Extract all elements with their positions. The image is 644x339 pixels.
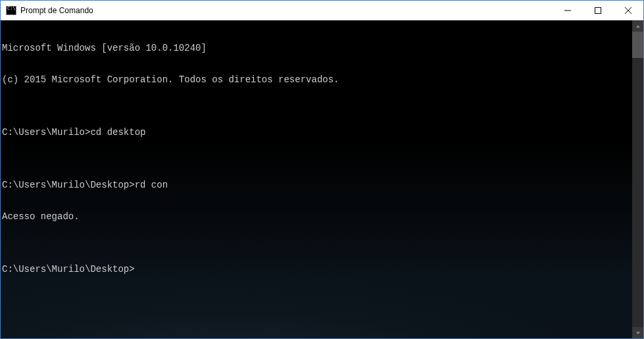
terminal-line: C:\Users\Murilo\Desktop>rd con (2, 180, 631, 190)
titlebar[interactable]: C:\ Prompt de Comando (1, 1, 643, 20)
terminal-line: C:\Users\Murilo>cd desktop (2, 127, 631, 138)
chevron-down-icon (635, 330, 641, 336)
window-controls (553, 1, 643, 20)
terminal-line: (c) 2015 Microsoft Corporation. Todos os… (2, 74, 631, 85)
scroll-up-button[interactable] (632, 20, 643, 32)
minimize-button[interactable] (553, 1, 583, 20)
cmd-icon: C:\ (6, 6, 16, 15)
svg-rect-0 (564, 10, 571, 11)
command-prompt-window: C:\ Prompt de Comando Microsoft Windows … (0, 0, 644, 339)
close-button[interactable] (613, 1, 643, 20)
terminal-output[interactable]: Microsoft Windows [versão 10.0.10240] (c… (1, 20, 632, 338)
scroll-down-button[interactable] (632, 327, 643, 338)
terminal-line: Acesso negado. (2, 211, 631, 222)
minimize-icon (564, 7, 571, 14)
terminal-line: Microsoft Windows [versão 10.0.10240] (2, 43, 631, 53)
maximize-icon (595, 7, 601, 14)
maximize-button[interactable] (583, 1, 613, 20)
terminal-line: C:\Users\Murilo\Desktop> (2, 264, 631, 274)
terminal-area: Microsoft Windows [versão 10.0.10240] (c… (1, 20, 643, 338)
svg-rect-1 (595, 7, 601, 13)
window-title: Prompt de Comando (20, 6, 553, 15)
svg-marker-4 (636, 25, 640, 28)
scroll-thumb[interactable] (632, 32, 643, 58)
svg-marker-5 (636, 332, 640, 334)
app-icon: C:\ (6, 5, 16, 16)
vertical-scrollbar[interactable] (632, 20, 643, 338)
close-icon (625, 7, 632, 14)
chevron-up-icon (635, 24, 641, 29)
